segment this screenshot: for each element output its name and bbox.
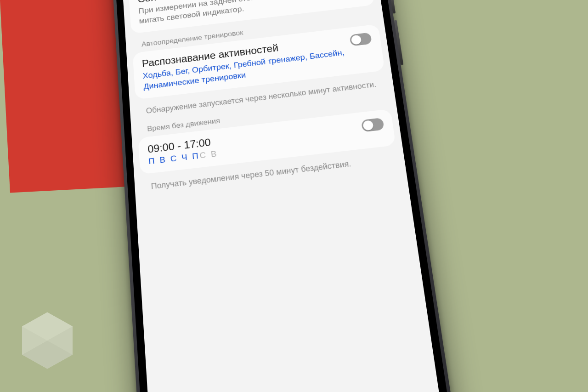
phone-frame: Стресс Только вручную Сон При измерении …: [110, 0, 465, 392]
days-inactive: С В: [199, 148, 218, 159]
activity-recognition-toggle[interactable]: [350, 32, 372, 46]
phone-bezel: Стресс Только вручную Сон При измерении …: [113, 0, 462, 392]
watermark-hexagon-icon: [22, 312, 73, 369]
inactive-time-toggle[interactable]: [361, 117, 384, 132]
phone-device: Стресс Только вручную Сон При измерении …: [110, 0, 465, 392]
phone-side-button: [390, 0, 396, 14]
